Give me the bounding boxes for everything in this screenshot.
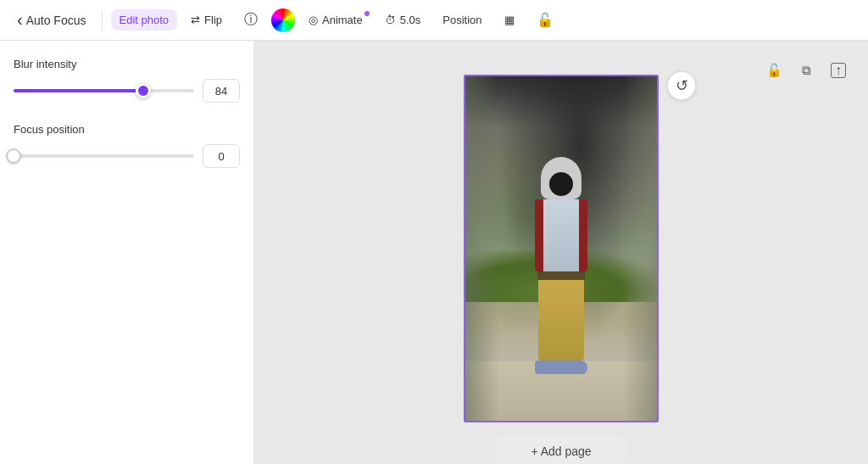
refresh-icon: ↺ <box>676 76 688 95</box>
animate-label: Animate <box>322 14 363 26</box>
blur-intensity-row: 84 <box>14 79 240 103</box>
edit-photo-button[interactable]: Edit photo <box>111 9 178 31</box>
canvas-export-button[interactable]: ↑ <box>826 58 851 83</box>
canvas-toolbar: 🔓 ⧉ ↑ <box>761 58 851 83</box>
lock-topbar-button[interactable]: 🔓 <box>528 8 562 32</box>
animate-badge <box>364 11 370 16</box>
canvas-wrapper: 🗑 ··· <box>464 75 659 422</box>
grid-button[interactable]: ▦ <box>496 9 523 31</box>
export-icon: ↑ <box>831 63 846 78</box>
photo-blur-left <box>465 76 499 421</box>
main-area: Blur intensity 84 Focus position 0 <box>0 41 868 464</box>
add-page-label: + Add page <box>531 444 591 458</box>
chevron-left-icon <box>17 10 23 30</box>
person-body <box>535 199 587 271</box>
person-face <box>549 172 573 196</box>
flip-label: Flip <box>204 14 222 26</box>
clock-icon: ⏱ <box>385 14 396 26</box>
lock-topbar-icon: 🔓 <box>537 12 554 28</box>
blur-intensity-label: Blur intensity <box>14 58 240 70</box>
animate-button[interactable]: ◎ Animate <box>300 9 371 31</box>
shoes <box>535 361 587 374</box>
canvas-lock-button[interactable]: 🔓 <box>761 58 787 83</box>
focus-value[interactable]: 0 <box>203 144 240 168</box>
focus-track <box>14 154 194 158</box>
topbar: Auto Focus Edit photo Flip ⓘ ◎ Animate ⏱… <box>0 0 868 41</box>
animate-icon: ◎ <box>309 14 318 26</box>
position-button[interactable]: Position <box>434 9 490 31</box>
flip-icon <box>191 14 200 26</box>
topbar-divider <box>102 10 103 31</box>
back-button[interactable]: Auto Focus <box>10 7 93 33</box>
canvas-copy-button[interactable]: ⧉ <box>793 58 819 83</box>
blur-track <box>14 89 194 92</box>
blur-value[interactable]: 84 <box>203 79 240 103</box>
left-panel: Blur intensity 84 Focus position 0 <box>0 41 254 464</box>
person-head <box>541 157 581 199</box>
copy-icon: ⧉ <box>802 63 811 78</box>
person-figure <box>535 157 587 374</box>
shirt-left <box>535 199 543 271</box>
grid-icon: ▦ <box>504 14 515 26</box>
refresh-button[interactable]: ↺ <box>667 71 696 100</box>
vest-center <box>543 199 579 271</box>
color-wheel-button[interactable] <box>271 8 295 32</box>
position-label: Position <box>442 14 481 26</box>
pants <box>538 280 584 361</box>
info-button[interactable]: ⓘ <box>236 7 266 33</box>
duration-button[interactable]: ⏱ 5.0s <box>376 9 430 31</box>
focus-position-slider[interactable] <box>14 148 194 165</box>
blur-thumb[interactable] <box>136 83 151 98</box>
shirt-right <box>579 199 587 271</box>
edit-photo-label: Edit photo <box>120 14 170 26</box>
blur-intensity-section: Blur intensity 84 <box>14 58 240 103</box>
belt <box>537 271 585 280</box>
focus-position-row: 0 <box>14 144 240 168</box>
add-page-button[interactable]: + Add page <box>497 436 625 464</box>
blur-intensity-slider[interactable] <box>14 82 194 99</box>
focus-thumb[interactable] <box>6 148 21 164</box>
photo-blur-right <box>623 76 657 421</box>
photo-frame[interactable] <box>464 75 659 422</box>
focus-position-section: Focus position 0 <box>14 123 240 168</box>
lock-canvas-icon: 🔓 <box>766 63 782 78</box>
duration-label: 5.0s <box>400 14 421 26</box>
back-label: Auto Focus <box>26 14 86 27</box>
info-icon: ⓘ <box>244 11 258 29</box>
canvas-area: 🔓 ⧉ ↑ 🗑 ··· <box>254 41 868 464</box>
focus-position-label: Focus position <box>14 123 240 136</box>
flip-button[interactable]: Flip <box>182 9 231 31</box>
